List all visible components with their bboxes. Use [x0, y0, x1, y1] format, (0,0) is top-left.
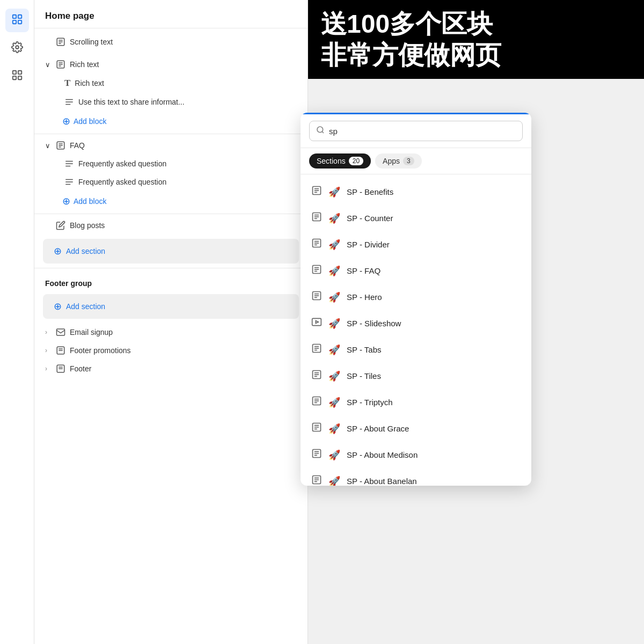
tree-item-footer[interactable]: › Footer — [34, 360, 308, 378]
lines-icon — [64, 97, 74, 107]
search-results: 🚀SP - Benefits 🚀SP - Counter 🚀SP - Divid… — [301, 174, 531, 486]
promo-banner: 送100多个区块 非常方便做网页 — [308, 0, 644, 79]
search-tabs: Sections 20 Apps 3 — [301, 148, 531, 174]
main-panel: Home page Scrolling text ∨ — [34, 0, 308, 644]
grid-icon — [11, 69, 23, 84]
add-block-richtext-btn[interactable]: ⊕ Add block — [34, 111, 308, 131]
tab-sections[interactable]: Sections 20 — [309, 153, 371, 169]
tab-apps[interactable]: Apps 3 — [375, 153, 422, 169]
tree-item-rich-text-desc[interactable]: Use this text to share informat... — [34, 93, 308, 111]
result-name: SP - Slideshow — [347, 319, 401, 328]
banner-line2: 非常方便做网页 — [321, 40, 631, 71]
tree-item-blog-posts[interactable]: Blog posts — [34, 216, 308, 235]
result-rocket-icon: 🚀 — [328, 239, 340, 251]
tree-item-rich-text-parent[interactable]: ∨ Rich text — [34, 55, 308, 74]
result-rocket-icon: 🚀 — [328, 475, 340, 486]
plus-circle-icon-4: ⊕ — [54, 301, 62, 312]
svg-rect-0 — [12, 14, 16, 18]
result-rocket-icon: 🚀 — [328, 449, 340, 461]
add-block-faq-label: Add block — [74, 197, 106, 206]
chevron-right-icon-2: › — [45, 347, 52, 354]
result-item[interactable]: 🚀SP - Triptych — [301, 389, 531, 415]
result-name: SP - Divider — [347, 240, 390, 249]
chevron-right-icon-3: › — [45, 365, 52, 372]
tab-apps-count: 3 — [403, 157, 414, 165]
result-section-icon — [311, 211, 322, 225]
email-icon — [56, 327, 65, 337]
search-input[interactable] — [329, 127, 516, 136]
svg-rect-1 — [18, 14, 21, 18]
tree-item-faq-q1[interactable]: Frequently asked question — [34, 155, 308, 173]
email-signup-label: Email signup — [70, 328, 297, 336]
svg-rect-8 — [18, 76, 21, 79]
tree-item-faq-q2[interactable]: Frequently asked question — [34, 173, 308, 191]
tab-apps-label: Apps — [383, 157, 400, 165]
result-section-icon — [311, 317, 322, 330]
rich-text-desc-label: Use this text to share informat... — [78, 98, 297, 106]
divider-3 — [34, 268, 308, 268]
text-icon: T — [64, 78, 70, 89]
sidebar-apps-btn[interactable] — [5, 64, 29, 88]
tree-item-email-signup[interactable]: › Email signup — [34, 323, 308, 341]
svg-point-37 — [317, 127, 323, 133]
footer-promotions-label: Footer promotions — [70, 346, 297, 355]
add-block-faq-btn[interactable]: ⊕ Add block — [34, 191, 308, 211]
result-item[interactable]: 🚀SP - Divider — [301, 231, 531, 258]
banner-line1: 送100多个区块 — [321, 9, 631, 40]
result-item[interactable]: 🚀SP - Tabs — [301, 336, 531, 363]
sidebar-settings-btn[interactable] — [5, 36, 29, 60]
result-item[interactable]: 🚀SP - About Grace — [301, 415, 531, 442]
result-section-icon — [311, 238, 322, 251]
add-block-richtext-label: Add block — [74, 117, 106, 126]
svg-line-38 — [322, 131, 324, 133]
sidebar-icons — [0, 0, 34, 644]
blog-posts-icon — [56, 221, 65, 230]
result-name: SP - Triptych — [347, 398, 393, 407]
svg-rect-59 — [312, 318, 321, 325]
footer-add-section-btn[interactable]: ⊕ Add section — [43, 294, 299, 319]
result-item[interactable]: 🚀SP - About Banelan — [301, 468, 531, 486]
result-rocket-icon: 🚀 — [328, 186, 340, 198]
sidebar-layers-btn[interactable] — [5, 9, 29, 32]
footer-icon — [56, 364, 65, 374]
result-section-icon — [311, 474, 322, 486]
result-item[interactable]: 🚀SP - Benefits — [301, 179, 531, 205]
result-name: SP - About Medison — [347, 450, 418, 459]
tree-item-faq-parent[interactable]: ∨ FAQ — [34, 136, 308, 155]
tree-item-rich-text-title[interactable]: T Rich text — [34, 74, 308, 93]
search-icon — [316, 126, 325, 136]
result-section-icon — [311, 264, 322, 277]
result-item[interactable]: 🚀SP - Tiles — [301, 363, 531, 389]
result-item[interactable]: 🚀SP - Hero — [301, 284, 531, 310]
svg-rect-3 — [18, 20, 21, 23]
panel-header: Home page — [34, 0, 308, 28]
result-name: SP - Benefits — [347, 187, 393, 196]
add-section-btn[interactable]: ⊕ Add section — [43, 239, 299, 264]
faq-q2-icon — [64, 177, 74, 187]
result-item[interactable]: 🚀SP - About Medison — [301, 442, 531, 468]
result-rocket-icon: 🚀 — [328, 291, 340, 303]
page-title: Home page — [45, 11, 94, 21]
result-section-icon — [311, 422, 322, 435]
result-name: SP - Counter — [347, 214, 393, 223]
tab-sections-count: 20 — [349, 157, 363, 165]
svg-rect-7 — [12, 76, 16, 79]
result-name: SP - FAQ — [347, 266, 380, 275]
gear-icon — [11, 41, 23, 56]
tree-item-scrolling-text[interactable]: Scrolling text — [34, 33, 308, 51]
faq-q1-label: Frequently asked question — [78, 159, 297, 168]
result-rocket-icon: 🚀 — [328, 397, 340, 408]
result-section-icon — [311, 448, 322, 462]
rich-text-title-label: Rich text — [75, 79, 297, 87]
result-item[interactable]: 🚀SP - FAQ — [301, 258, 531, 284]
blog-posts-label: Blog posts — [70, 221, 297, 230]
result-item[interactable]: 🚀SP - Counter — [301, 205, 531, 231]
chevron-right-icon: › — [45, 328, 52, 336]
plus-circle-icon-3: ⊕ — [54, 245, 62, 257]
tree-item-footer-promotions[interactable]: › Footer promotions — [34, 341, 308, 360]
plus-circle-icon-2: ⊕ — [62, 195, 70, 207]
result-item[interactable]: 🚀SP - Slideshow — [301, 310, 531, 336]
result-name: SP - About Grace — [347, 424, 409, 433]
result-rocket-icon: 🚀 — [328, 213, 340, 224]
svg-marker-60 — [316, 321, 318, 324]
